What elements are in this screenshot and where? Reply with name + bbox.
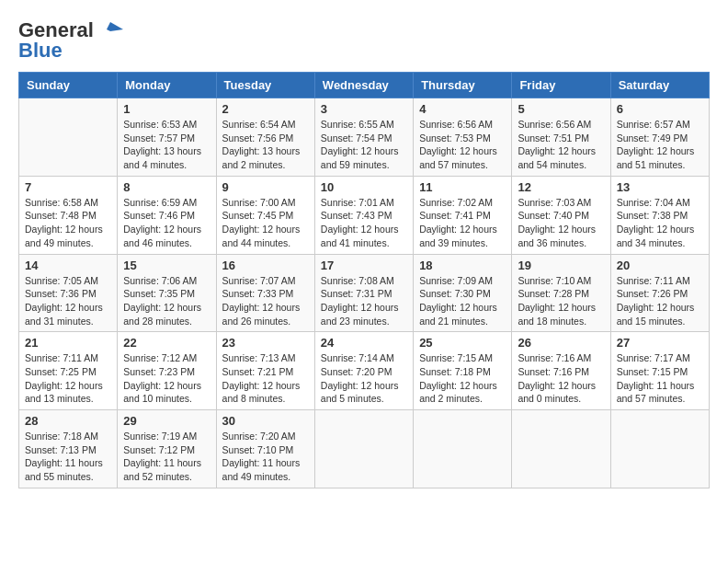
- calendar-cell: 16Sunrise: 7:07 AM Sunset: 7:33 PM Dayli…: [216, 254, 314, 332]
- logo-bird-icon: [97, 20, 123, 40]
- calendar-cell: 9Sunrise: 7:00 AM Sunset: 7:45 PM Daylig…: [216, 176, 314, 254]
- calendar-cell: 12Sunrise: 7:03 AM Sunset: 7:40 PM Dayli…: [512, 176, 610, 254]
- day-number: 4: [419, 102, 506, 116]
- day-number: 27: [617, 336, 703, 350]
- day-number: 20: [617, 259, 703, 272]
- day-info: Sunrise: 7:10 AM Sunset: 7:28 PM Dayligh…: [518, 274, 604, 328]
- day-info: Sunrise: 7:12 AM Sunset: 7:23 PM Dayligh…: [123, 351, 210, 406]
- day-number: 9: [222, 180, 309, 194]
- day-info: Sunrise: 7:16 AM Sunset: 7:16 PM Dayligh…: [518, 351, 604, 406]
- day-info: Sunrise: 6:54 AM Sunset: 7:56 PM Dayligh…: [222, 118, 309, 172]
- calendar-cell: 2Sunrise: 6:54 AM Sunset: 7:56 PM Daylig…: [216, 98, 314, 177]
- day-number: 17: [321, 259, 407, 272]
- day-info: Sunrise: 7:01 AM Sunset: 7:43 PM Dayligh…: [321, 196, 407, 250]
- day-number: 2: [222, 102, 309, 116]
- calendar-cell: 30Sunrise: 7:20 AM Sunset: 7:10 PM Dayli…: [216, 410, 314, 488]
- calendar-cell: 19Sunrise: 7:10 AM Sunset: 7:28 PM Dayli…: [512, 254, 610, 332]
- day-info: Sunrise: 7:05 AM Sunset: 7:36 PM Dayligh…: [25, 274, 111, 328]
- day-number: 3: [321, 102, 407, 116]
- calendar-cell: [19, 98, 118, 177]
- logo-blue-text: Blue: [18, 39, 63, 63]
- day-number: 5: [518, 102, 604, 116]
- day-number: 23: [222, 336, 309, 350]
- day-number: 15: [123, 259, 210, 272]
- day-number: 6: [617, 102, 703, 116]
- day-number: 8: [123, 180, 210, 194]
- calendar-cell: 24Sunrise: 7:14 AM Sunset: 7:20 PM Dayli…: [314, 332, 413, 410]
- col-header-tuesday: Tuesday: [216, 73, 314, 98]
- day-info: Sunrise: 7:03 AM Sunset: 7:40 PM Dayligh…: [518, 196, 604, 250]
- calendar-week-3: 14Sunrise: 7:05 AM Sunset: 7:36 PM Dayli…: [19, 254, 710, 332]
- calendar-cell: 6Sunrise: 6:57 AM Sunset: 7:49 PM Daylig…: [610, 98, 709, 177]
- day-info: Sunrise: 7:06 AM Sunset: 7:35 PM Dayligh…: [123, 274, 210, 328]
- day-info: Sunrise: 7:17 AM Sunset: 7:15 PM Dayligh…: [617, 351, 703, 406]
- calendar-cell: 3Sunrise: 6:55 AM Sunset: 7:54 PM Daylig…: [314, 98, 413, 177]
- day-info: Sunrise: 6:53 AM Sunset: 7:57 PM Dayligh…: [123, 118, 210, 172]
- calendar-header-row: SundayMondayTuesdayWednesdayThursdayFrid…: [19, 73, 710, 98]
- calendar-cell: 7Sunrise: 6:58 AM Sunset: 7:48 PM Daylig…: [19, 176, 118, 254]
- day-number: 21: [25, 336, 111, 350]
- calendar-cell: 8Sunrise: 6:59 AM Sunset: 7:46 PM Daylig…: [118, 176, 216, 254]
- day-number: 24: [321, 336, 407, 350]
- calendar-cell: [314, 410, 413, 488]
- day-number: 16: [222, 259, 309, 272]
- col-header-monday: Monday: [118, 73, 216, 98]
- day-info: Sunrise: 7:07 AM Sunset: 7:33 PM Dayligh…: [222, 274, 309, 328]
- day-info: Sunrise: 7:19 AM Sunset: 7:12 PM Dayligh…: [123, 430, 210, 484]
- day-number: 7: [25, 180, 111, 194]
- day-info: Sunrise: 6:56 AM Sunset: 7:51 PM Dayligh…: [518, 118, 604, 172]
- calendar-week-4: 21Sunrise: 7:11 AM Sunset: 7:25 PM Dayli…: [19, 332, 710, 410]
- day-info: Sunrise: 6:55 AM Sunset: 7:54 PM Dayligh…: [321, 118, 407, 172]
- day-number: 13: [617, 180, 703, 194]
- day-info: Sunrise: 6:59 AM Sunset: 7:46 PM Dayligh…: [123, 196, 210, 250]
- day-number: 11: [419, 180, 506, 194]
- calendar-cell: 5Sunrise: 6:56 AM Sunset: 7:51 PM Daylig…: [512, 98, 610, 177]
- calendar-cell: 18Sunrise: 7:09 AM Sunset: 7:30 PM Dayli…: [414, 254, 512, 332]
- day-info: Sunrise: 7:04 AM Sunset: 7:38 PM Dayligh…: [617, 196, 703, 250]
- col-header-wednesday: Wednesday: [314, 73, 413, 98]
- day-number: 30: [222, 414, 309, 428]
- calendar-cell: 22Sunrise: 7:12 AM Sunset: 7:23 PM Dayli…: [118, 332, 216, 410]
- calendar-cell: 25Sunrise: 7:15 AM Sunset: 7:18 PM Dayli…: [414, 332, 512, 410]
- day-info: Sunrise: 7:08 AM Sunset: 7:31 PM Dayligh…: [321, 274, 407, 328]
- calendar-cell: 1Sunrise: 6:53 AM Sunset: 7:57 PM Daylig…: [118, 98, 216, 177]
- calendar-cell: 10Sunrise: 7:01 AM Sunset: 7:43 PM Dayli…: [314, 176, 413, 254]
- svg-marker-0: [110, 22, 123, 31]
- calendar-cell: 15Sunrise: 7:06 AM Sunset: 7:35 PM Dayli…: [118, 254, 216, 332]
- calendar-week-5: 28Sunrise: 7:18 AM Sunset: 7:13 PM Dayli…: [19, 410, 710, 488]
- calendar-cell: [512, 410, 610, 488]
- calendar-cell: 23Sunrise: 7:13 AM Sunset: 7:21 PM Dayli…: [216, 332, 314, 410]
- day-number: 28: [25, 414, 111, 428]
- day-number: 26: [518, 336, 604, 350]
- svg-marker-1: [107, 22, 110, 31]
- calendar-cell: 20Sunrise: 7:11 AM Sunset: 7:26 PM Dayli…: [610, 254, 709, 332]
- page-header: General Blue: [18, 18, 710, 63]
- col-header-thursday: Thursday: [414, 73, 512, 98]
- calendar-cell: 13Sunrise: 7:04 AM Sunset: 7:38 PM Dayli…: [610, 176, 709, 254]
- calendar-cell: 11Sunrise: 7:02 AM Sunset: 7:41 PM Dayli…: [414, 176, 512, 254]
- calendar-cell: 17Sunrise: 7:08 AM Sunset: 7:31 PM Dayli…: [314, 254, 413, 332]
- day-info: Sunrise: 6:57 AM Sunset: 7:49 PM Dayligh…: [617, 118, 703, 172]
- calendar-cell: 28Sunrise: 7:18 AM Sunset: 7:13 PM Dayli…: [19, 410, 118, 488]
- day-number: 12: [518, 180, 604, 194]
- calendar-cell: [414, 410, 512, 488]
- col-header-sunday: Sunday: [19, 73, 118, 98]
- day-number: 19: [518, 259, 604, 272]
- calendar-cell: [610, 410, 709, 488]
- calendar-week-1: 1Sunrise: 6:53 AM Sunset: 7:57 PM Daylig…: [19, 98, 710, 177]
- day-number: 10: [321, 180, 407, 194]
- calendar-cell: 21Sunrise: 7:11 AM Sunset: 7:25 PM Dayli…: [19, 332, 118, 410]
- day-info: Sunrise: 6:58 AM Sunset: 7:48 PM Dayligh…: [25, 196, 111, 250]
- day-info: Sunrise: 6:56 AM Sunset: 7:53 PM Dayligh…: [419, 118, 506, 172]
- day-info: Sunrise: 7:11 AM Sunset: 7:26 PM Dayligh…: [617, 274, 703, 328]
- day-info: Sunrise: 7:11 AM Sunset: 7:25 PM Dayligh…: [25, 351, 111, 406]
- col-header-friday: Friday: [512, 73, 610, 98]
- calendar-cell: 14Sunrise: 7:05 AM Sunset: 7:36 PM Dayli…: [19, 254, 118, 332]
- calendar-cell: 29Sunrise: 7:19 AM Sunset: 7:12 PM Dayli…: [118, 410, 216, 488]
- day-number: 1: [123, 102, 210, 116]
- day-info: Sunrise: 7:15 AM Sunset: 7:18 PM Dayligh…: [419, 351, 506, 406]
- day-info: Sunrise: 7:14 AM Sunset: 7:20 PM Dayligh…: [321, 351, 407, 406]
- calendar-cell: 27Sunrise: 7:17 AM Sunset: 7:15 PM Dayli…: [610, 332, 709, 410]
- day-info: Sunrise: 7:00 AM Sunset: 7:45 PM Dayligh…: [222, 196, 309, 250]
- logo: General Blue: [18, 18, 123, 63]
